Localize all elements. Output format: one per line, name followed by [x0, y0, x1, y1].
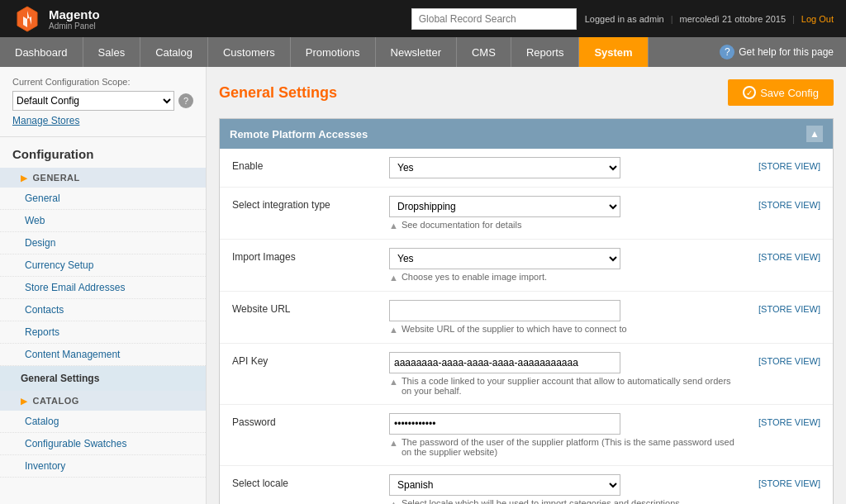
logo-text: Magento [49, 7, 100, 21]
main-layout: Current Configuration Scope: Default Con… [0, 67, 846, 504]
help-label: Get help for this page [739, 46, 834, 58]
nav-item-dashboard[interactable]: Dashboard [0, 37, 83, 67]
select-locale-note-icon: ▲ [389, 499, 398, 504]
sidebar-section-catalog[interactable]: ▶ CATALOG [0, 391, 206, 411]
sidebar-items-catalog: Catalog Configurable Swatches Inventory [0, 411, 206, 478]
enable-store-view[interactable]: [STORE VIEW] [738, 157, 820, 172]
select-locale-content: Spanish English Italian French ▲ Select … [389, 474, 738, 504]
api-key-note-icon: ▲ [389, 377, 398, 387]
scope-help-icon[interactable]: ? [178, 93, 193, 108]
password-store-view[interactable]: [STORE VIEW] [738, 413, 820, 428]
password-input[interactable] [389, 413, 620, 435]
sidebar-item-inventory[interactable]: Inventory [0, 455, 206, 478]
import-images-store-view[interactable]: [STORE VIEW] [738, 248, 820, 263]
nav-item-promotions[interactable]: Promotions [291, 37, 376, 67]
search-input[interactable] [411, 8, 577, 30]
search-bar [411, 8, 577, 30]
manage-stores-link[interactable]: Manage Stores [12, 115, 193, 126]
sidebar-item-content-mgmt[interactable]: Content Management [0, 344, 206, 366]
api-key-note-text: This a code linked to your supplier acco… [402, 376, 738, 396]
save-icon: ✓ [743, 86, 756, 99]
nav-item-catalog[interactable]: Catalog [140, 37, 208, 67]
enable-content: Yes No [389, 157, 738, 178]
sidebar-items-general: General Web Design Currency Setup Store … [0, 188, 206, 366]
logo-area: Magento Admin Panel [12, 4, 100, 34]
nav-item-cms[interactable]: CMS [457, 37, 511, 67]
nav-item-newsletter[interactable]: Newsletter [376, 37, 457, 67]
integration-type-content: Dropshipping Other ▲ See documentation f… [389, 196, 738, 231]
page-title: General Settings [219, 84, 337, 102]
website-url-note-text: Website URL of the supplier to which hav… [402, 324, 627, 334]
sidebar-item-design[interactable]: Design [0, 232, 206, 254]
field-password: Password ▲ The password of the user of t… [220, 405, 833, 466]
password-note-icon: ▲ [389, 438, 398, 448]
sidebar-item-general[interactable]: General [0, 188, 206, 210]
scope-label: Current Configuration Scope: [12, 77, 193, 87]
save-config-button[interactable]: ✓ Save Config [728, 79, 834, 106]
logged-in-text: Logged in as admin [585, 14, 664, 24]
website-url-store-view[interactable]: [STORE VIEW] [738, 300, 820, 315]
sidebar-item-catalog[interactable]: Catalog [0, 411, 206, 433]
enable-store-view-label: [STORE VIEW] [758, 161, 820, 171]
section-title: Remote Platform Accesses [230, 128, 368, 140]
nav-item-sales[interactable]: Sales [83, 37, 141, 67]
help-button[interactable]: ? Get help for this page [707, 37, 846, 67]
integration-type-store-view-label: [STORE VIEW] [758, 200, 820, 210]
integration-type-store-view[interactable]: [STORE VIEW] [738, 196, 820, 211]
nav-item-reports[interactable]: Reports [511, 37, 580, 67]
select-locale-select[interactable]: Spanish English Italian French [389, 474, 620, 496]
api-key-store-view[interactable]: [STORE VIEW] [738, 352, 820, 367]
website-url-label: Website URL [232, 300, 389, 315]
integration-type-label: Select integration type [232, 196, 389, 211]
import-images-store-view-label: [STORE VIEW] [758, 252, 820, 262]
config-header: Configuration [0, 137, 206, 168]
magento-logo-icon [12, 4, 42, 34]
date-text: mercoledì 21 ottobre 2015 [680, 14, 786, 24]
note-triangle-icon: ▲ [389, 221, 398, 231]
enable-select[interactable]: Yes No [389, 157, 620, 178]
enable-label: Enable [232, 157, 389, 172]
select-locale-note: ▲ Select locale which will be used to im… [389, 498, 738, 504]
remote-platform-section: Remote Platform Accesses ▲ Enable Yes No… [219, 118, 834, 504]
sidebar-item-configurable-swatches[interactable]: Configurable Swatches [0, 433, 206, 455]
website-url-input[interactable] [389, 300, 620, 321]
field-website-url: Website URL ▲ Website URL of the supplie… [220, 292, 833, 344]
separator: | [671, 14, 673, 24]
api-key-input[interactable] [389, 352, 620, 373]
scope-select-row: Default Config ? [12, 91, 193, 111]
sidebar-section-label: GENERAL [33, 173, 80, 183]
logo-subtext: Admin Panel [49, 21, 100, 31]
logout-link[interactable]: Log Out [801, 14, 834, 24]
sidebar-item-currency-setup[interactable]: Currency Setup [0, 254, 206, 277]
section-header: Remote Platform Accesses ▲ [220, 119, 833, 149]
sidebar-subsection-general-settings: General Settings [0, 366, 206, 391]
website-url-note: ▲ Website URL of the supplier to which h… [389, 324, 738, 335]
password-note-text: The password of the user of the supplier… [402, 437, 738, 457]
api-key-store-view-label: [STORE VIEW] [758, 356, 820, 366]
sidebar-item-contacts[interactable]: Contacts [0, 299, 206, 321]
separator2: | [792, 14, 795, 24]
nav-item-system[interactable]: System [579, 37, 648, 67]
sidebar-item-store-email[interactable]: Store Email Addresses [0, 277, 206, 299]
section-arrow-icon: ▶ [21, 174, 28, 183]
scope-select[interactable]: Default Config [12, 91, 174, 111]
api-key-label: API Key [232, 352, 389, 367]
nav-item-customers[interactable]: Customers [208, 37, 291, 67]
sidebar-item-reports[interactable]: Reports [0, 321, 206, 344]
integration-type-note: ▲ See documentation for details [389, 220, 738, 231]
password-label: Password [232, 413, 389, 428]
main-nav: Dashboard Sales Catalog Customers Promot… [0, 37, 846, 67]
header: Magento Admin Panel Logged in as admin |… [0, 0, 846, 37]
content-area: General Settings ✓ Save Config Remote Pl… [207, 67, 846, 504]
website-url-content: ▲ Website URL of the supplier to which h… [389, 300, 738, 335]
import-images-note-icon: ▲ [389, 273, 398, 283]
sidebar-section-general[interactable]: ▶ GENERAL [0, 168, 206, 188]
password-note: ▲ The password of the user of the suppli… [389, 437, 738, 457]
section-toggle-button[interactable]: ▲ [806, 126, 823, 142]
save-label: Save Config [760, 87, 819, 99]
integration-type-select[interactable]: Dropshipping Other [389, 196, 620, 217]
field-select-locale: Select locale Spanish English Italian Fr… [220, 466, 833, 504]
select-locale-store-view[interactable]: [STORE VIEW] [738, 474, 820, 489]
import-images-select[interactable]: Yes No [389, 248, 620, 269]
sidebar-item-web[interactable]: Web [0, 210, 206, 232]
